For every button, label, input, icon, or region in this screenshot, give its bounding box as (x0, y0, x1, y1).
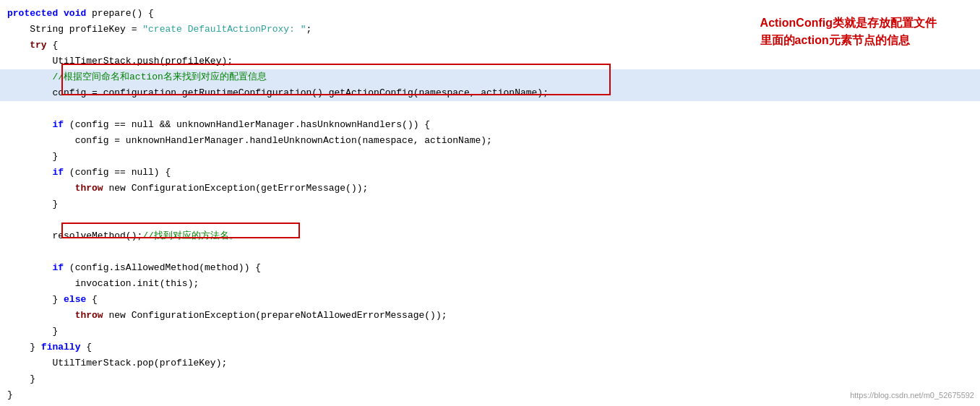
line5-comment: //根据空间命名和action名来找到对应的配置信息 (52, 72, 266, 82)
code-line-17: if (config.isAllowedMethod(method)) { (0, 260, 980, 276)
kw-try: try (30, 40, 46, 51)
code-line-9: config = unknownHandlerManager.handleUnk… (0, 133, 980, 149)
line22-brace: { (80, 342, 92, 353)
kw-finally: finally (41, 342, 81, 353)
code-line-13: } (0, 196, 980, 212)
kw-if3: if (52, 262, 64, 273)
code-line-22: } finally { (0, 340, 980, 355)
watermark: https://blog.csdn.net/m0_52675592 (850, 387, 974, 403)
code-line-23: UtilTimerStack.pop(profileKey); (0, 355, 980, 371)
line8-text: (config == null && unknownHandlerManager… (64, 119, 430, 130)
code-line-12: throw new ConfigurationException(getErro… (0, 181, 980, 196)
line11-text: (config == null) { (64, 167, 171, 178)
line20-text: new ConfigurationException(prepareNotAll… (103, 310, 447, 321)
code-line-15: resolveMethod();//找到对应的方法名。 (0, 228, 980, 244)
annotation-line1: ActionConfig类就是存放配置文件 (760, 17, 937, 29)
code-line-14 (0, 212, 980, 228)
line25-text: } (7, 389, 13, 400)
code-line-24: } (0, 371, 980, 387)
code-line-21: } (0, 324, 980, 340)
line9-text: config = unknownHandlerManager.handleUnk… (75, 135, 492, 146)
line15-comment: //找到对应的方法名。 (142, 230, 238, 241)
code-line-25: } (0, 387, 980, 403)
line21-text: } (52, 326, 58, 337)
line1-text: prepare() { (86, 8, 154, 19)
line6-text: config = configuration.getRuntimeConfigu… (52, 87, 549, 98)
line17-text: (config.isAllowedMethod(method)) { (64, 262, 261, 273)
line2-end: ; (306, 24, 312, 35)
kw-throw2: throw (75, 310, 103, 321)
code-line-11: if (config == null) { (0, 165, 980, 181)
kw-if2: if (52, 167, 64, 178)
line23-text: UtilTimerStack.pop(profileKey); (52, 358, 227, 368)
code-area: protected void prepare() { String profil… (0, 0, 980, 406)
code-line-10: } (0, 149, 980, 165)
line19-brace: { (86, 294, 98, 305)
line2-string: "create DefaultActionProxy: " (142, 24, 306, 35)
line4-text: UtilTimerStack.push(profileKey); (52, 56, 233, 66)
line24-text: } (30, 373, 35, 384)
kw-void: void (64, 8, 86, 19)
line12-text: new ConfigurationException(getErrorMessa… (103, 183, 369, 194)
kw-throw1: throw (75, 183, 103, 194)
line13-text: } (52, 199, 58, 210)
code-line-5: //根据空间命名和action名来找到对应的配置信息 (0, 69, 980, 85)
annotation-line2: 里面的action元素节点的信息 (760, 34, 910, 46)
line22-close: } (30, 342, 41, 353)
line3-brace: { (47, 40, 59, 51)
code-line-7 (0, 101, 980, 117)
kw-else: else (64, 294, 86, 305)
code-line-6: config = configuration.getRuntimeConfigu… (0, 85, 980, 101)
code-line-18: invocation.init(this); (0, 276, 980, 292)
kw-if1: if (52, 119, 64, 130)
line10-text: } (52, 151, 58, 162)
annotation-text: ActionConfig类就是存放配置文件 里面的action元素节点的信息 (760, 14, 937, 49)
line19-else: } (52, 294, 64, 305)
kw-protected: protected (7, 8, 58, 19)
code-line-16 (0, 244, 980, 260)
code-line-8: if (config == null && unknownHandlerMana… (0, 117, 980, 133)
line18-text: invocation.init(this); (75, 278, 199, 289)
line2-type: String profileKey = (30, 24, 142, 35)
code-line-19: } else { (0, 292, 980, 308)
line15-resolve: resolveMethod(); (52, 230, 142, 241)
code-line-20: throw new ConfigurationException(prepare… (0, 308, 980, 324)
code-line-4: UtilTimerStack.push(profileKey); (0, 53, 980, 69)
